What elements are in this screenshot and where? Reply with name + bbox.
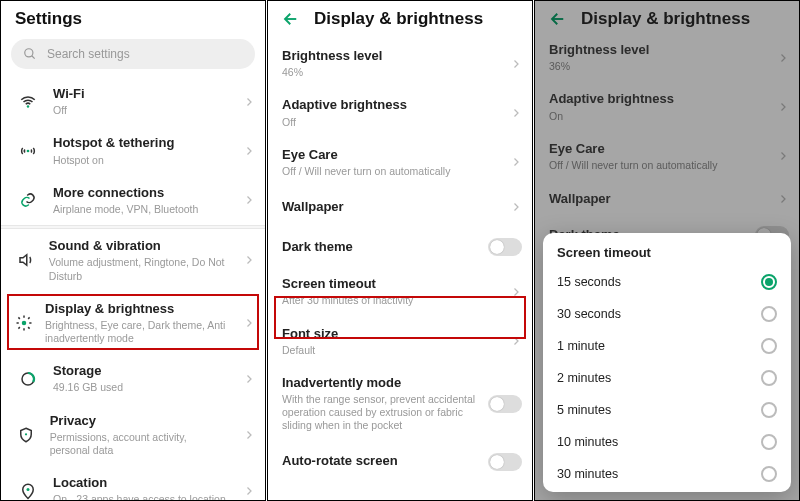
dialog-title: Screen timeout	[543, 245, 791, 266]
svg-line-1	[32, 56, 35, 59]
svg-point-3	[27, 150, 30, 153]
row-more-connections[interactable]: More connectionsAirplane mode, VPN, Blue…	[1, 176, 265, 225]
radio-icon	[761, 274, 777, 290]
chevron-right-icon	[243, 194, 255, 206]
option-30-minutes[interactable]: 30 minutes	[543, 458, 791, 490]
settings-panel: Settings Search settings Wi-FiOff Hotspo…	[0, 0, 266, 501]
row-eye-care[interactable]: Eye CareOff / Will never turn on automat…	[268, 138, 532, 187]
shield-icon	[15, 426, 38, 444]
toggle-switch[interactable]	[488, 395, 522, 413]
brightness-icon	[15, 314, 33, 332]
row-inadvertently-mode[interactable]: Inadvertently modeWith the range sensor,…	[268, 366, 532, 442]
storage-icon	[15, 370, 41, 388]
option-5-minutes[interactable]: 5 minutes	[543, 394, 791, 426]
radio-icon	[761, 338, 777, 354]
svg-line-10	[28, 327, 30, 329]
option-30-seconds[interactable]: 30 seconds	[543, 298, 791, 330]
row-hotspot[interactable]: Hotspot & tetheringHotspot on	[1, 126, 265, 175]
settings-header: Settings	[1, 1, 265, 33]
page-title: Display & brightness	[314, 9, 483, 29]
display-panel: Display & brightness Brightness level46%…	[267, 0, 533, 501]
display-list: Brightness level46% Adaptive brightnessO…	[268, 39, 532, 482]
row-wallpaper[interactable]: Wallpaper	[268, 187, 532, 227]
radio-icon	[761, 434, 777, 450]
chevron-right-icon	[510, 286, 522, 298]
row-sound[interactable]: Sound & vibrationVolume adjustment, Ring…	[1, 229, 265, 292]
chevron-right-icon	[510, 156, 522, 168]
svg-line-11	[18, 327, 20, 329]
row-adaptive-brightness[interactable]: Adaptive brightnessOff	[268, 88, 532, 137]
search-placeholder: Search settings	[47, 47, 130, 61]
option-1-minute[interactable]: 1 minute	[543, 330, 791, 362]
row-location[interactable]: LocationOn - 23 apps have access to loca…	[1, 466, 265, 501]
chevron-right-icon	[510, 58, 522, 70]
hotspot-icon	[15, 142, 41, 160]
back-button[interactable]	[282, 10, 300, 28]
row-storage[interactable]: Storage49.16 GB used	[1, 354, 265, 403]
speaker-icon	[15, 251, 37, 269]
dialog-panel: Display & brightness Brightness level36%…	[534, 0, 800, 501]
svg-point-4	[22, 321, 27, 326]
svg-line-9	[18, 317, 20, 319]
svg-point-15	[27, 488, 30, 491]
option-10-minutes[interactable]: 10 minutes	[543, 426, 791, 458]
chevron-right-icon	[510, 107, 522, 119]
chevron-right-icon	[243, 373, 255, 385]
row-display[interactable]: Display & brightnessBrightness, Eye care…	[1, 292, 265, 355]
toggle-switch[interactable]	[488, 238, 522, 256]
link-icon	[15, 191, 41, 209]
row-font-size[interactable]: Font sizeDefault	[268, 317, 532, 366]
chevron-right-icon	[243, 429, 255, 441]
screen-timeout-dialog: Screen timeout 15 seconds 30 seconds 1 m…	[543, 233, 791, 492]
chevron-right-icon	[243, 254, 255, 266]
row-screen-timeout[interactable]: Screen timeoutAfter 30 minutes of inacti…	[268, 267, 532, 316]
chevron-right-icon	[510, 201, 522, 213]
radio-icon	[761, 370, 777, 386]
svg-line-12	[28, 317, 30, 319]
wifi-icon	[15, 93, 41, 111]
toggle-switch[interactable]	[488, 453, 522, 471]
chevron-right-icon	[243, 485, 255, 497]
chevron-right-icon	[243, 317, 255, 329]
row-wifi[interactable]: Wi-FiOff	[1, 77, 265, 126]
search-input[interactable]: Search settings	[11, 39, 255, 69]
radio-icon	[761, 306, 777, 322]
display-header: Display & brightness	[268, 1, 532, 33]
search-icon	[23, 47, 37, 61]
option-2-minutes[interactable]: 2 minutes	[543, 362, 791, 394]
svg-point-2	[27, 105, 29, 107]
radio-icon	[761, 402, 777, 418]
row-dark-theme[interactable]: Dark theme	[268, 227, 532, 267]
chevron-right-icon	[243, 96, 255, 108]
radio-icon	[761, 466, 777, 482]
settings-list: Wi-FiOff Hotspot & tetheringHotspot on M…	[1, 77, 265, 501]
svg-point-14	[25, 433, 27, 435]
row-brightness-level[interactable]: Brightness level46%	[268, 39, 532, 88]
page-title: Settings	[15, 9, 82, 29]
row-privacy[interactable]: PrivacyPermissions, account activity, pe…	[1, 404, 265, 467]
svg-point-0	[25, 49, 33, 57]
chevron-right-icon	[243, 145, 255, 157]
option-15-seconds[interactable]: 15 seconds	[543, 266, 791, 298]
row-auto-rotate[interactable]: Auto-rotate screen	[268, 442, 532, 482]
location-icon	[15, 482, 41, 500]
chevron-right-icon	[510, 335, 522, 347]
